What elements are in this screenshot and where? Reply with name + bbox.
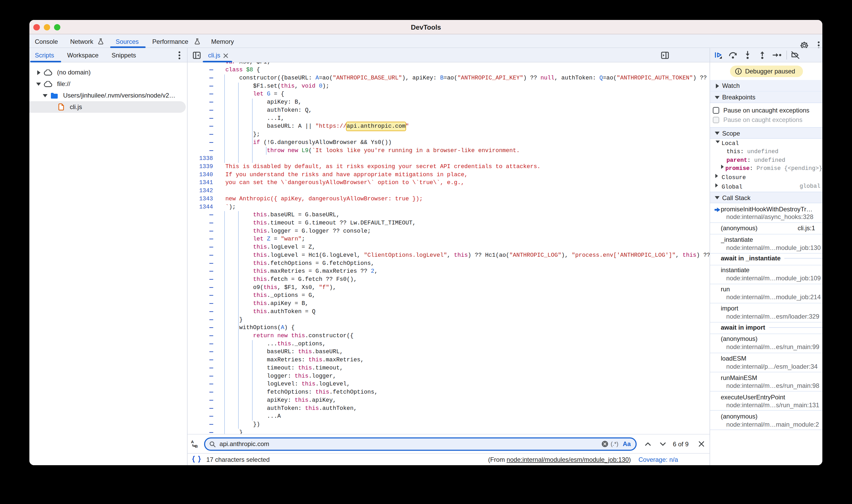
svg-text:A: A: [191, 440, 194, 444]
